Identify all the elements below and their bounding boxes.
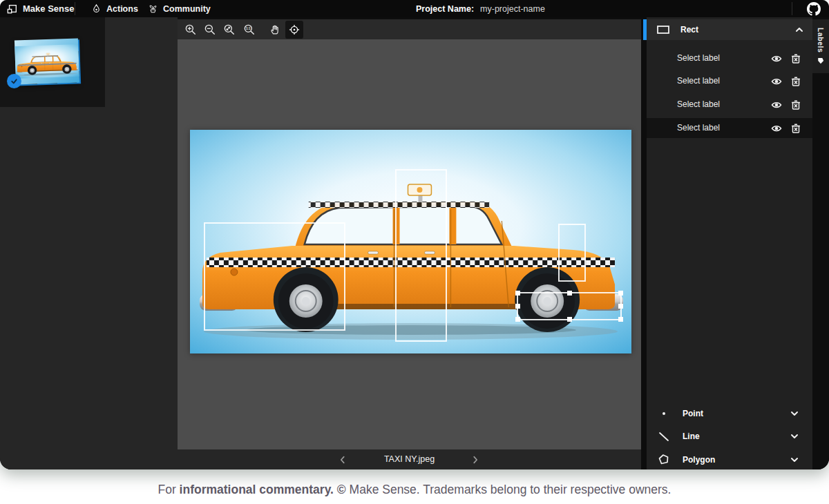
menu-actions[interactable]: Actions <box>91 0 138 17</box>
labels-tab-label: Labels <box>817 28 825 52</box>
section-rect-header[interactable]: Rect <box>647 19 812 40</box>
rect-tool-icon <box>655 21 671 38</box>
page: Make Sense Actions Community Project <box>0 0 829 504</box>
resize-handle-bm[interactable] <box>567 317 572 322</box>
check-icon <box>10 77 19 86</box>
eye-icon <box>770 52 783 65</box>
line-tool-icon <box>656 428 672 445</box>
tag-icon <box>817 57 825 65</box>
zoom-actual-size-button[interactable]: 1:1 <box>240 21 258 39</box>
delete-annotation-button[interactable] <box>788 50 804 67</box>
select-label-dropdown[interactable]: Select label <box>677 71 720 91</box>
zoom-in-button[interactable] <box>182 21 200 39</box>
canvas-toolbar: 1:1 <box>178 19 641 39</box>
next-image-button[interactable] <box>468 452 483 467</box>
trash-icon <box>790 52 802 65</box>
footer-disclaimer: For informational commentary. © Make Sen… <box>0 483 829 497</box>
bounding-box[interactable] <box>204 222 345 331</box>
rect-label-row[interactable]: Select label <box>647 118 812 138</box>
section-line-title: Line <box>683 427 700 446</box>
toggle-visibility-button[interactable] <box>768 97 785 113</box>
bounding-box[interactable] <box>558 224 586 282</box>
resize-handle-tm[interactable] <box>567 291 572 295</box>
project-name-group: Project Name: my-project-name <box>416 0 545 17</box>
section-point-header[interactable]: Point <box>647 404 812 423</box>
chevron-right-icon <box>470 455 480 465</box>
footer-text-bold: informational commentary. © <box>180 483 346 496</box>
section-polygon-title: Polygon <box>683 450 715 469</box>
toggle-visibility-button[interactable] <box>768 120 785 137</box>
bounding-box-selected[interactable] <box>517 292 622 320</box>
toggle-visibility-button[interactable] <box>768 73 785 90</box>
resize-handle-br[interactable] <box>618 317 623 322</box>
project-name-value: my-project-name <box>480 4 545 14</box>
brand-make-sense[interactable]: Make Sense <box>7 0 74 17</box>
make-sense-app-window: Make Sense Actions Community Project <box>0 0 829 469</box>
trash-icon <box>790 75 802 88</box>
divider <box>792 2 792 15</box>
menu-community[interactable]: Community <box>148 0 211 17</box>
rect-label-row[interactable]: Select label <box>647 95 812 115</box>
zoom-out-icon <box>203 23 217 37</box>
labels-tab[interactable]: Labels <box>812 19 829 73</box>
rect-label-row[interactable]: Select label <box>647 71 812 91</box>
footer-text-rest: Make Sense. Trademarks belong to their r… <box>346 483 671 496</box>
editor-column: 1:1 <box>178 17 641 469</box>
menu-community-label: Community <box>163 4 211 14</box>
brand-label: Make Sense <box>23 3 74 14</box>
resize-handle-tl[interactable] <box>515 291 520 295</box>
project-name-label: Project Name: <box>416 4 474 14</box>
delete-annotation-button[interactable] <box>788 120 804 137</box>
pan-tool-button[interactable] <box>266 21 284 39</box>
svg-text:1:1: 1:1 <box>246 27 251 30</box>
github-link[interactable] <box>807 2 821 16</box>
delete-annotation-button[interactable] <box>788 73 804 90</box>
menu-actions-label: Actions <box>106 4 138 14</box>
rect-label-row[interactable]: Select label <box>647 48 812 68</box>
select-label-dropdown[interactable]: Select label <box>677 95 720 115</box>
zoom-out-button[interactable] <box>201 21 219 39</box>
divider <box>75 2 75 15</box>
plant-icon <box>148 3 158 14</box>
previous-image-button[interactable] <box>335 452 350 467</box>
chevron-down-icon <box>786 452 803 468</box>
polygon-tool-icon <box>656 452 672 468</box>
section-polygon-header[interactable]: Polygon <box>647 450 812 469</box>
chevron-down-icon <box>786 405 803 422</box>
resize-handle-mr[interactable] <box>618 304 623 309</box>
side-tab-strip: Labels <box>812 17 829 469</box>
resize-handle-tr[interactable] <box>618 291 623 295</box>
image-checked-badge <box>7 74 21 88</box>
image-navigation-bar: TAXI NY.jpeg <box>178 449 641 469</box>
hand-icon <box>268 23 282 37</box>
zoom-fit-button[interactable] <box>220 21 238 39</box>
section-rect-title: Rect <box>680 19 698 40</box>
footer-text-prefix: For <box>158 483 179 496</box>
thumbnail-taxi-photo <box>15 38 79 84</box>
trash-icon <box>790 122 802 135</box>
labels-sidebar: Rect Select label <box>647 17 812 469</box>
image-thumbnail-taxi[interactable] <box>15 38 79 84</box>
toggle-visibility-button[interactable] <box>768 50 785 67</box>
trash-icon <box>790 99 802 111</box>
resize-handle-ml[interactable] <box>515 304 520 309</box>
bounding-box[interactable] <box>395 169 447 342</box>
zoom-fit-icon <box>222 23 236 37</box>
resize-handle-bl[interactable] <box>515 317 520 322</box>
select-label-dropdown[interactable]: Select label <box>677 48 720 68</box>
annotation-canvas[interactable] <box>178 39 641 449</box>
eye-icon <box>770 99 783 111</box>
chevron-down-icon <box>786 428 803 445</box>
section-line-header[interactable]: Line <box>647 427 812 446</box>
select-label-dropdown[interactable]: Select label <box>677 118 720 138</box>
github-icon <box>807 2 821 16</box>
crosshair-icon <box>287 23 301 37</box>
zoom-actual-size-icon: 1:1 <box>242 23 256 37</box>
current-image-filename: TAXI NY.jpeg <box>178 449 641 469</box>
images-sidebar <box>0 17 178 469</box>
section-point-title: Point <box>683 404 703 423</box>
make-sense-logo-icon <box>7 3 18 14</box>
delete-annotation-button[interactable] <box>788 97 804 113</box>
point-tool-icon <box>656 405 672 422</box>
crosshair-tool-button[interactable] <box>285 21 303 39</box>
